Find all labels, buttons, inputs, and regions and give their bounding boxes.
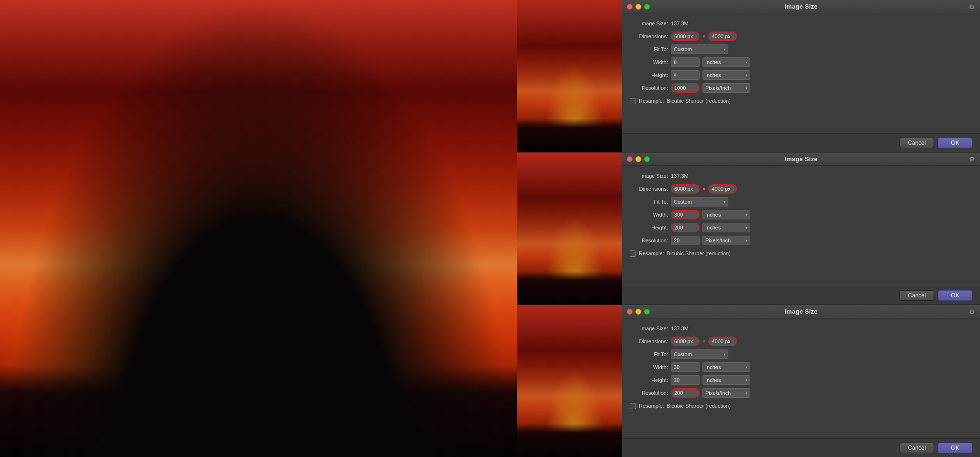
fit-to-row-1: Fit To: Custom ▾ [630,44,972,54]
dialog-2-footer: Cancel OK [622,286,980,305]
dialog-3-body: Image Size: 137.3M Dimensions: 6000 px ×… [622,318,980,438]
resample-row-2: Resample: Bicubic Sharper (reduction) [630,248,972,259]
resolution-value-3[interactable]: 200 [671,388,700,398]
image-size-value-3: 137.3M [671,326,689,331]
fit-to-row-2: Fit To: Custom ▾ [630,196,972,207]
dimensions-height-3[interactable]: 4000 px [708,337,737,346]
height-label-2: Height: [630,225,668,230]
minimize-button-1[interactable] [635,4,641,10]
resample-checkbox-3[interactable] [630,403,636,409]
ok-button-3[interactable]: OK [938,443,972,453]
resample-row-1: Resample: Bicubic Sharper (reduction) [630,96,972,106]
dialog-3-footer: Cancel OK [622,438,980,457]
cancel-button-1[interactable]: Cancel [900,138,934,148]
ok-button-2[interactable]: OK [938,290,972,301]
resolution-unit-3[interactable]: Pixels/Inch ▾ [702,388,750,398]
width-value-1[interactable]: 6 [671,57,700,67]
image-size-label-2: Image Size: [630,173,668,179]
width-unit-3[interactable]: Inches ▾ [702,362,750,372]
resolution-unit-1[interactable]: Pixels/Inch ▾ [702,83,750,93]
dialog-3-titlebar: Image Size ⚙ [622,305,980,318]
sunset-image [0,0,517,457]
width-label-3: Width: [630,364,668,370]
minimize-button-2[interactable] [635,156,641,162]
resolution-row-1: Resolution: 1000 Pixels/Inch ▾ [630,83,972,93]
resolution-unit-2[interactable]: Pixels/Inch ▾ [702,236,750,245]
gear-icon-2[interactable]: ⚙ [969,155,975,163]
dimensions-height-2[interactable]: 4000 px [708,184,737,194]
resolution-label-1: Resolution: [630,85,668,91]
resample-checkbox-1[interactable] [630,98,636,104]
height-value-3[interactable]: 20 [671,375,700,385]
fit-to-dropdown-1[interactable]: Custom ▾ [671,44,728,54]
width-unit-1[interactable]: Inches ▾ [702,57,750,67]
height-row-2: Height: 200 Inches ▾ [630,222,972,233]
height-value-2[interactable]: 200 [671,223,700,232]
traffic-lights-2 [627,156,650,162]
maximize-button-3[interactable] [644,309,650,315]
maximize-button-1[interactable] [644,4,650,10]
fit-to-arrow-1: ▾ [724,47,725,52]
dimensions-width-2[interactable]: 6000 px [671,184,700,194]
resample-value-1[interactable]: Bicubic Sharper (reduction) [667,98,731,104]
height-value-1[interactable]: 4 [671,70,700,80]
resolution-value-1[interactable]: 1000 [671,83,700,93]
dialog-1-panel: Image Size ⚙ Image Size: 137.3M Dimensio… [622,0,980,152]
height-row-3: Height: 20 Inches ▾ [630,375,972,385]
gear-icon-3[interactable]: ⚙ [969,308,975,316]
image-size-row-1: Image Size: 137.3M [630,18,972,29]
height-unit-3[interactable]: Inches ▾ [702,375,750,385]
width-value-3[interactable]: 30 [671,362,700,372]
dialog-1-body: Image Size: 137.3M Dimensions: 6000 px ×… [622,13,980,133]
dimensions-width-1[interactable]: 6000 px [671,32,700,41]
minimize-button-3[interactable] [635,309,641,315]
cancel-button-3[interactable]: Cancel [900,443,934,453]
height-label-1: Height: [630,72,668,78]
width-label-1: Width: [630,59,668,65]
width-row-1: Width: 6 Inches ▾ [630,57,972,67]
height-unit-2[interactable]: Inches ▾ [702,223,750,232]
fit-to-dropdown-2[interactable]: Custom ▾ [671,197,728,207]
cancel-button-2[interactable]: Cancel [900,290,934,301]
width-unit-2[interactable]: Inches ▾ [702,210,750,219]
image-size-value-2: 137.3M [671,173,689,179]
dimensions-row-2: Dimensions: 6000 px × 4000 px [630,184,972,194]
resolution-value-2[interactable]: 20 [671,236,700,245]
dialog-1-thumbnail [517,0,622,152]
resample-value-2[interactable]: Bicubic Sharper (reduction) [667,250,731,256]
image-size-value-1: 137.3M [671,21,689,26]
dialog-3-title: Image Size [784,308,817,315]
resample-label-3: Resample: [639,403,664,409]
close-button-2[interactable] [627,156,633,162]
resample-value-3[interactable]: Bicubic Sharper (reduction) [667,403,731,409]
dimensions-x-2: × [702,186,705,192]
resample-row-3: Resample: Bicubic Sharper (reduction) [630,401,972,411]
fit-to-label-3: Fit To: [630,351,668,357]
dimensions-label-3: Dimensions: [630,338,668,344]
fit-to-dropdown-3[interactable]: Custom ▾ [671,349,728,359]
height-row-1: Height: 4 Inches ▾ [630,70,972,80]
close-button-3[interactable] [627,309,633,315]
dialog-1-title: Image Size [784,3,817,10]
dialog-2-title: Image Size [784,155,817,163]
resample-checkbox-2[interactable] [630,250,636,257]
resample-label-1: Resample: [639,98,664,104]
dimensions-height-1[interactable]: 4000 px [708,32,737,41]
dialog-2: Image Size ⚙ Image Size: 137.3M Dimensio… [517,152,980,305]
dimensions-label-2: Dimensions: [630,186,668,192]
dimensions-x-1: × [702,33,705,39]
dimensions-row-3: Dimensions: 6000 px × 4000 px [630,336,972,347]
photo-panel [0,0,517,457]
dimensions-width-3[interactable]: 6000 px [671,337,700,346]
traffic-lights-3 [627,309,650,315]
height-unit-1[interactable]: Inches ▾ [702,70,750,80]
dialog-3-panel: Image Size ⚙ Image Size: 137.3M Dimensio… [622,305,980,457]
close-button-1[interactable] [627,4,633,10]
gear-icon-1[interactable]: ⚙ [969,3,975,11]
image-size-row-2: Image Size: 137.3M [630,171,972,181]
dimensions-label-1: Dimensions: [630,33,668,39]
ok-button-1[interactable]: OK [938,138,972,148]
width-value-2[interactable]: 300 [671,210,700,219]
maximize-button-2[interactable] [644,156,650,162]
resolution-label-2: Resolution: [630,238,668,243]
